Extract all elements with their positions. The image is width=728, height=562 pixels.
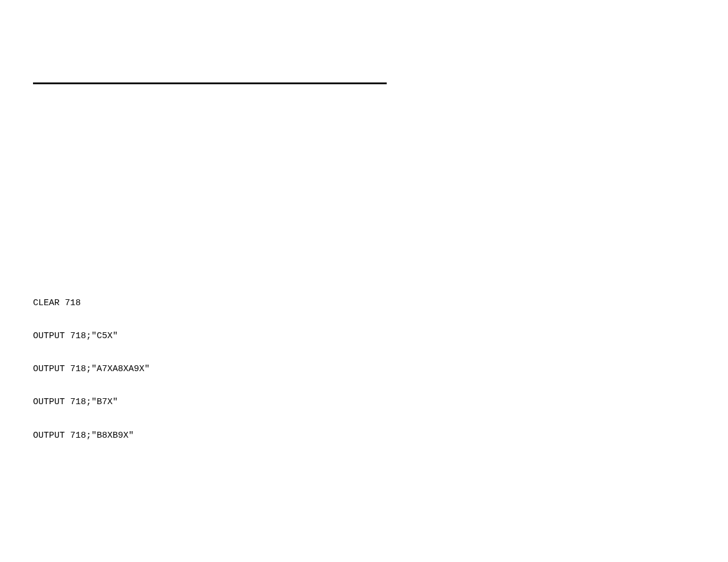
code-line: OUTPUT 718;"B7X" xyxy=(33,397,150,408)
horizontal-rule xyxy=(33,82,387,84)
code-block: CLEAR 718 OUTPUT 718;"C5X" OUTPUT 718;"A… xyxy=(33,276,150,452)
code-line: OUTPUT 718;"A7XA8XA9X" xyxy=(33,364,150,375)
code-line: CLEAR 718 xyxy=(33,298,150,309)
code-line: OUTPUT 718;"B8XB9X" xyxy=(33,431,150,442)
code-line: OUTPUT 718;"C5X" xyxy=(33,331,150,342)
